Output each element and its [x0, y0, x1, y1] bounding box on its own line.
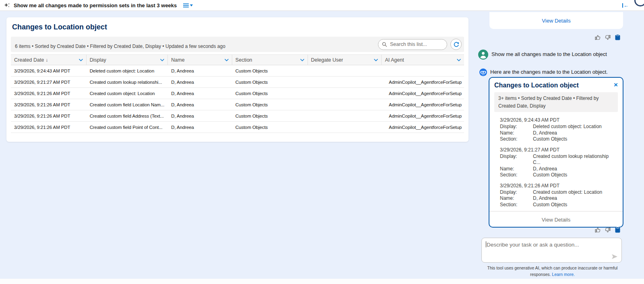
- agent-message: Here are the changes made to the Locatio…: [478, 68, 636, 76]
- response-card: Changes to Location object × 3+ items • …: [489, 77, 623, 228]
- chevron-down-icon[interactable]: [298, 59, 304, 61]
- record-list: 3/29/2026, 9:24:43 AM PDTDisplay:Deleted…: [494, 112, 618, 208]
- sort-descending-icon: ↓: [45, 57, 48, 63]
- table-body: 3/29/2026, 9:24:43 AM PDTDeleted custom …: [11, 65, 464, 133]
- table-row[interactable]: 3/29/2026, 9:21:26 AM PDTCreated custom …: [11, 99, 464, 110]
- thumbs-up-icon[interactable]: [595, 35, 601, 40]
- record-field-label: Display:: [500, 124, 533, 130]
- close-icon[interactable]: ×: [614, 82, 618, 88]
- record-field-value: D, Andreea: [533, 166, 557, 172]
- page-title: Changes to Location object: [12, 23, 464, 31]
- chevron-down-icon[interactable]: [222, 59, 229, 61]
- search-input[interactable]: [378, 39, 447, 50]
- collapse-panel-icon: [622, 3, 623, 8]
- bottom-strip: [0, 279, 644, 284]
- thumbs-up-icon[interactable]: [595, 227, 601, 233]
- column-header-section[interactable]: Section: [232, 55, 308, 65]
- cell-name: D, Andreea: [168, 102, 232, 107]
- record-timestamp: 3/29/2026, 9:21:27 AM PDT: [500, 147, 617, 153]
- changes-list-card: Changes to Location object 6 items • Sor…: [6, 17, 469, 142]
- record-field-value: Deleted custom object: Location: [533, 124, 602, 130]
- record-field-label: Display:: [500, 153, 533, 166]
- record-field-row: Section:Custom Objects: [500, 172, 617, 178]
- record-group: 3/29/2026, 9:24:43 AM PDTDisplay:Deleted…: [500, 117, 617, 143]
- cell-name: D, Andreea: [168, 91, 232, 96]
- refresh-button[interactable]: [450, 39, 462, 50]
- cell-display: Created custom field Location Nam...: [87, 102, 168, 107]
- column-header-display[interactable]: Display: [87, 55, 168, 65]
- feedback-row: [595, 34, 620, 40]
- column-header-name[interactable]: Name: [168, 55, 232, 65]
- cell-ai-agent: AdminCopilot__AgentforceForSetup: [382, 114, 464, 118]
- view-details-button[interactable]: View Details: [494, 211, 618, 224]
- view-details-link[interactable]: View Details: [542, 18, 570, 24]
- cell-display: Created custom lookup relationshi...: [87, 80, 168, 85]
- chat-input[interactable]: Describe your task or ask a question...: [481, 238, 622, 263]
- topbar-query-text: Show me all changes made to permission s…: [14, 2, 177, 8]
- text-caret: [486, 241, 486, 247]
- send-button[interactable]: [611, 254, 618, 259]
- display-as-button[interactable]: [183, 3, 193, 8]
- chevron-down-icon[interactable]: [372, 59, 378, 61]
- chevron-down-icon[interactable]: [158, 59, 164, 61]
- record-field-row: Display:Created custom lookup relationsh…: [500, 153, 617, 166]
- copy-icon[interactable]: [615, 34, 620, 40]
- response-card-title: Changes to Location object: [494, 82, 579, 89]
- column-header-delegate-user[interactable]: Delegate User: [308, 55, 382, 65]
- collapse-panel-button[interactable]: ←: [622, 2, 629, 8]
- chevron-down-icon[interactable]: [76, 59, 83, 61]
- column-header-ai-agent[interactable]: AI Agent: [382, 55, 464, 65]
- einstein-sparkle-icon: [4, 2, 10, 8]
- ai-disclaimer: This tool uses generative AI, which can …: [477, 265, 628, 278]
- thumbs-down-icon[interactable]: [605, 227, 611, 233]
- topbar: Show me all changes made to permission s…: [0, 0, 644, 11]
- cell-section: Custom Objects: [232, 114, 308, 118]
- record-field-label: Section:: [500, 136, 533, 143]
- corner-floating-button[interactable]: [634, 0, 644, 6]
- table-row[interactable]: 3/29/2026, 9:21:26 AM PDTCreated custom …: [11, 122, 464, 133]
- record-field-value: Custom Objects: [533, 136, 567, 143]
- caret-down-icon: [190, 4, 193, 6]
- table-row[interactable]: 3/29/2026, 9:21:27 AM PDTCreated custom …: [11, 77, 464, 88]
- record-field-row: Section:Custom Objects: [500, 136, 617, 143]
- record-field-row: Name:D, Andreea: [500, 166, 617, 172]
- cell-created-date: 3/29/2026, 9:21:26 AM PDT: [11, 91, 87, 96]
- chat-input-placeholder: Describe your task or ask a question...: [487, 242, 579, 248]
- record-field-label: Name:: [500, 166, 533, 172]
- list-toolbar: 6 items • Sorted by Created Date • Filte…: [11, 37, 464, 52]
- cell-section: Custom Objects: [232, 125, 308, 130]
- thumbs-down-icon[interactable]: [605, 35, 611, 40]
- cell-ai-agent: AdminCopilot__AgentforceForSetup: [382, 125, 464, 130]
- app-screen: Show me all changes made to permission s…: [0, 0, 644, 284]
- record-field-label: Display:: [500, 189, 533, 196]
- cell-name: D, Andreea: [168, 125, 232, 130]
- cell-section: Custom Objects: [232, 68, 308, 73]
- record-field-value: D, Andreea: [533, 130, 557, 137]
- record-field-row: Display:Created custom object: Location: [500, 189, 617, 196]
- user-message: Show me all changes made to the Location…: [478, 50, 636, 60]
- send-icon: [611, 254, 618, 259]
- record-field-row: Display:Deleted custom object: Location: [500, 124, 617, 130]
- list-summary: 6 items • Sorted by Created Date • Filte…: [15, 44, 225, 52]
- record-field-value: D, Andreea: [533, 195, 557, 202]
- list-view-icon: [183, 3, 189, 8]
- record-field-label: Section:: [500, 202, 533, 208]
- record-field-row: Name:D, Andreea: [500, 195, 617, 202]
- cell-display: Deleted custom object: Location: [87, 68, 168, 73]
- record-field-value: Created custom object: Location: [533, 189, 602, 196]
- chevron-down-icon[interactable]: [454, 59, 461, 61]
- column-header-created-date[interactable]: Created Date ↓: [11, 55, 87, 65]
- table-row[interactable]: 3/29/2026, 9:21:26 AM PDTCreated custom …: [11, 110, 464, 122]
- copy-icon[interactable]: [615, 227, 620, 233]
- table-row[interactable]: 3/29/2026, 9:21:26 AM PDTCreated custom …: [11, 88, 464, 99]
- search-icon: [382, 42, 387, 47]
- table-row[interactable]: 3/29/2026, 9:24:43 AM PDTDeleted custom …: [11, 65, 464, 77]
- feedback-row: [595, 227, 620, 233]
- cell-section: Custom Objects: [232, 80, 308, 85]
- cell-section: Custom Objects: [232, 91, 308, 96]
- learn-more-link[interactable]: Learn more.: [552, 272, 575, 277]
- record-field-label: Section:: [500, 172, 533, 178]
- record-field-row: Name:D, Andreea: [500, 130, 617, 137]
- record-field-label: Name:: [500, 130, 533, 137]
- record-group: 3/29/2026, 9:21:27 AM PDTDisplay:Created…: [500, 147, 617, 178]
